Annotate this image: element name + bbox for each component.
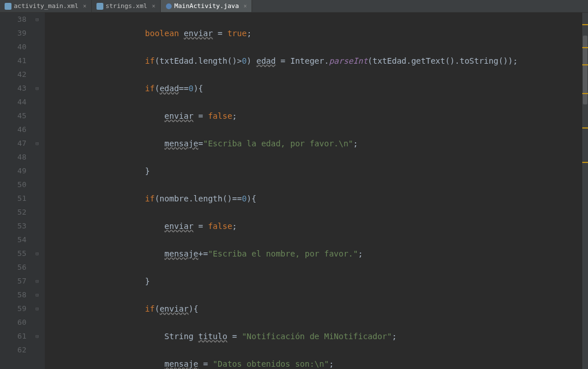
scroll-marker [582, 162, 588, 163]
close-icon[interactable]: × [243, 3, 247, 9]
scroll-marker [582, 93, 588, 94]
svg-point-2 [166, 3, 172, 9]
fold-end-icon[interactable]: ⊟ [36, 247, 38, 261]
svg-rect-0 [5, 3, 11, 10]
tab-label: activity_main.xml [14, 2, 79, 10]
line-numbers: 38394041 42434445 46474849 50515253 5455… [0, 13, 34, 369]
fold-end-icon[interactable]: ⊟ [36, 274, 38, 288]
scrollbar-thumb[interactable] [583, 36, 587, 104]
vertical-scrollbar[interactable] [582, 13, 588, 369]
xml-icon [5, 3, 11, 10]
tab-label: strings.xml [106, 2, 148, 10]
fold-end-icon[interactable]: ⊟ [36, 288, 38, 302]
scroll-marker [582, 64, 588, 65]
fold-end-icon[interactable]: ⊟ [36, 81, 38, 95]
fold-end-icon[interactable]: ⊟ [36, 302, 38, 316]
editor-tabs: activity_main.xml × strings.xml × MainAc… [0, 0, 588, 13]
fold-end-icon[interactable]: ⊟ [36, 137, 38, 150]
xml-icon [96, 3, 103, 10]
scroll-marker [582, 47, 588, 48]
fold-icon[interactable]: ⊟ [36, 329, 38, 343]
scroll-marker [582, 24, 588, 25]
code-area[interactable]: boolean enviar = true; if(txtEdad.length… [45, 13, 582, 369]
tab-strings[interactable]: strings.xml × [92, 0, 161, 12]
fold-gutter: ⊟ ⊟ ⊟ ⊟ ⊟ ⊟ ⊟ ⊟ [34, 13, 45, 369]
close-icon[interactable]: × [83, 3, 87, 9]
tab-label: MainActivity.java [175, 2, 239, 10]
close-icon[interactable]: × [152, 3, 155, 9]
tab-main-activity[interactable]: MainActivity.java × [161, 0, 253, 12]
svg-rect-1 [96, 3, 103, 10]
code-editor: 38394041 42434445 46474849 50515253 5455… [0, 13, 588, 369]
fold-icon[interactable]: ⊟ [36, 13, 38, 26]
tab-activity-main[interactable]: activity_main.xml × [0, 0, 92, 12]
java-icon [165, 3, 172, 10]
scroll-marker [582, 127, 588, 129]
